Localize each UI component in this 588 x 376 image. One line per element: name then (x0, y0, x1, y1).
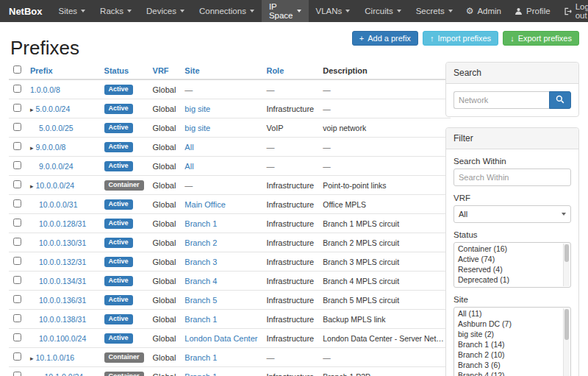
site-link[interactable]: Branch 1 (184, 353, 217, 362)
expand-arrow-icon[interactable]: ▸ (30, 106, 34, 113)
vrf-label: VRF (453, 194, 571, 202)
col-header-status[interactable]: Status (100, 62, 148, 79)
row-checkbox[interactable] (13, 85, 21, 93)
prefix-link[interactable]: 9.0.0.0/8 (36, 143, 66, 152)
expand-arrow-icon[interactable]: ▸ (30, 144, 34, 152)
prefix-link[interactable]: 9.0.0.0/24 (39, 162, 74, 171)
row-checkbox[interactable] (13, 352, 21, 361)
add-a-prefix-button[interactable]: +Add a prefix (352, 31, 418, 46)
prefix-link[interactable]: 10.0.0.132/31 (39, 258, 86, 266)
prefix-link[interactable]: 10.0.100.0/24 (39, 334, 86, 343)
search-input[interactable] (453, 91, 549, 109)
nav-item-sites[interactable]: Sites (51, 0, 93, 22)
row-checkbox[interactable] (13, 219, 21, 227)
site-link[interactable]: Main Office (184, 200, 225, 209)
site-link[interactable]: Branch 1 (184, 315, 217, 324)
prefix-link[interactable]: 1.0.0.0/8 (30, 85, 60, 94)
prefix-link[interactable]: 10.0.0.138/31 (39, 315, 86, 324)
expand-arrow-icon[interactable]: ▸ (30, 182, 34, 190)
site-link[interactable]: London Data Center (184, 334, 257, 343)
vrf-select[interactable]: All (453, 205, 571, 223)
nav-item-devices[interactable]: Devices (139, 0, 192, 22)
status-listbox[interactable]: Container (16)Active (74)Reserved (4)Dep… (453, 242, 571, 288)
search-button[interactable] (549, 91, 571, 109)
listbox-option[interactable]: Branch 4 (12) (455, 370, 562, 376)
site-link[interactable]: Branch 2 (184, 238, 217, 247)
listbox-option[interactable]: Deprecated (1) (455, 274, 562, 285)
site-link[interactable]: Branch 1 (184, 219, 217, 228)
prefix-link[interactable]: 10.0.0.134/31 (39, 277, 86, 285)
app-brand[interactable]: NetBox (0, 0, 51, 22)
row-checkbox[interactable] (13, 238, 21, 246)
col-header-prefix[interactable]: Prefix (26, 62, 100, 79)
filter-panel: Filter Search Within VRF All Status Cont… (445, 127, 579, 376)
scrollbar[interactable] (563, 244, 570, 286)
col-header-role[interactable]: Role (262, 62, 318, 79)
site-link[interactable]: big site (184, 124, 210, 132)
prefix-link[interactable]: 5.0.0.0/24 (36, 104, 71, 113)
prefix-link[interactable]: 10.0.0.0/24 (36, 181, 75, 190)
scrollbar[interactable] (563, 308, 570, 376)
page-header: Prefixes +Add a prefix↑Import prefixes↓E… (9, 26, 579, 62)
prefix-link[interactable]: 10.0.0.128/31 (39, 219, 86, 228)
site-link[interactable]: All (184, 162, 193, 171)
nav-item-ip-space[interactable]: IP Space (262, 0, 309, 22)
site-link[interactable]: Branch 4 (184, 277, 217, 285)
row-checkbox[interactable] (13, 257, 21, 265)
row-checkbox[interactable] (13, 372, 21, 376)
nav-admin[interactable]: ⚙Admin (460, 7, 507, 15)
col-header-site[interactable]: Site (180, 62, 262, 79)
row-checkbox[interactable] (13, 314, 21, 322)
row-checkbox[interactable] (13, 104, 21, 112)
search-within-input[interactable] (453, 169, 571, 186)
prefix-link[interactable]: 10.0.0.130/31 (39, 238, 86, 247)
prefix-link[interactable]: 10.1.0.0/16 (36, 353, 75, 362)
row-checkbox[interactable] (13, 161, 21, 169)
site-link[interactable]: big site (184, 104, 210, 113)
listbox-option[interactable]: big site (2) (455, 329, 562, 339)
listbox-option[interactable]: Branch 3 (6) (455, 360, 562, 370)
import-prefixes-button[interactable]: ↑Import prefixes (423, 31, 498, 46)
nav-item-racks[interactable]: Racks (93, 0, 139, 22)
row-checkbox[interactable] (13, 199, 21, 207)
site-link[interactable]: Branch 3 (184, 258, 217, 266)
prefix-link[interactable]: 5.0.0.0/25 (39, 124, 74, 132)
row-checkbox[interactable] (13, 333, 21, 341)
status-badge: Active (104, 104, 133, 114)
col-header-vrf[interactable]: VRF (148, 62, 181, 79)
nav-item-vlans[interactable]: VLANs (309, 0, 358, 22)
nav-profile[interactable]: Profile (509, 7, 556, 15)
scrollbar-thumb[interactable] (564, 309, 569, 340)
site-link[interactable]: All (184, 143, 193, 152)
listbox-option[interactable]: Active (74) (455, 254, 562, 264)
nav-item-circuits[interactable]: Circuits (357, 0, 408, 22)
expand-arrow-icon[interactable]: ▸ (39, 374, 43, 376)
listbox-option[interactable]: Reserved (4) (455, 264, 562, 274)
site-listbox[interactable]: All (11)Ashburn DC (7)big site (2)Branch… (453, 307, 571, 376)
select-all-checkbox[interactable] (13, 65, 21, 74)
site-link[interactable]: Branch 1 (184, 372, 217, 376)
row-checkbox[interactable] (13, 142, 21, 150)
nav-log-out[interactable]: Log out (558, 2, 588, 20)
listbox-option[interactable]: Branch 2 (10) (455, 350, 562, 360)
listbox-option[interactable]: Container (16) (455, 244, 562, 254)
prefix-link[interactable]: 10.0.0.136/31 (39, 296, 86, 305)
site-link[interactable]: Branch 5 (184, 296, 217, 305)
row-checkbox[interactable] (13, 276, 21, 284)
description-cell: Point-to-point links (318, 176, 451, 195)
listbox-option[interactable]: Ashburn DC (7) (455, 319, 562, 329)
row-checkbox[interactable] (13, 123, 21, 131)
listbox-option[interactable]: All (11) (455, 308, 562, 319)
scrollbar-thumb[interactable] (564, 244, 569, 262)
row-checkbox[interactable] (13, 295, 21, 303)
nav-item-connections[interactable]: Connections (192, 0, 262, 22)
prefix-link[interactable]: 10.0.0.0/31 (39, 200, 78, 209)
row-checkbox[interactable] (13, 180, 21, 188)
export-prefixes-button[interactable]: ↓Export prefixes (503, 31, 579, 46)
nav-item-secrets[interactable]: Secrets (409, 0, 460, 22)
listbox-option[interactable]: Branch 1 (14) (455, 339, 562, 350)
search-icon (556, 95, 564, 106)
expand-arrow-icon[interactable]: ▸ (30, 355, 34, 362)
page-actions: +Add a prefix↑Import prefixes↓Export pre… (352, 31, 579, 46)
prefix-link[interactable]: 10.1.0.0/24 (45, 372, 84, 376)
